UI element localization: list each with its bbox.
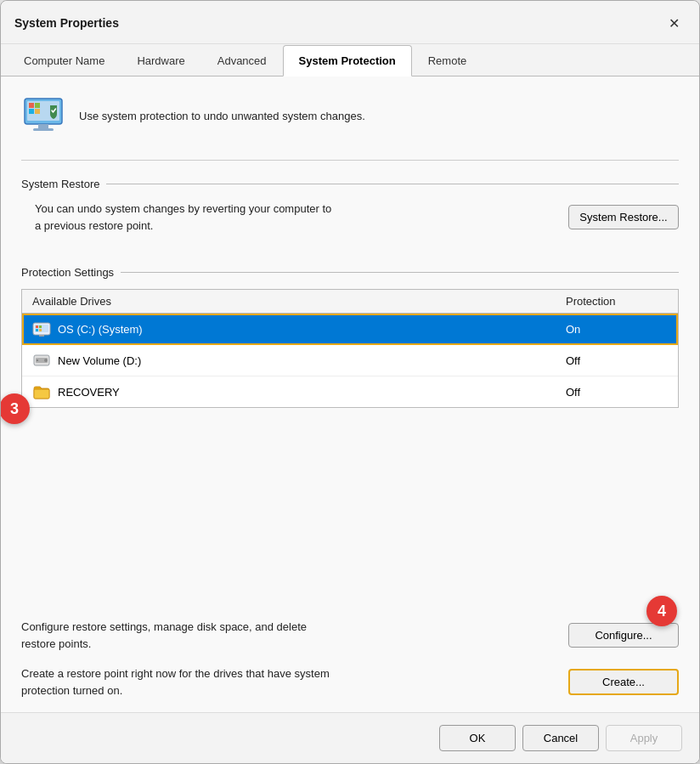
step-badge-3: 3 <box>0 393 30 424</box>
tab-content: Use system protection to undo unwanted s… <box>1 76 699 712</box>
svg-rect-10 <box>39 335 44 337</box>
dialog-title: System Properties <box>14 16 119 30</box>
svg-rect-19 <box>34 389 49 399</box>
create-description: Create a restore point right now for the… <box>21 665 344 699</box>
svg-rect-11 <box>36 325 38 328</box>
step-badge-4: 4 <box>646 596 677 626</box>
drives-table: Available Drives Protection <box>21 289 679 408</box>
tab-computer-name[interactable]: Computer Name <box>8 45 121 76</box>
svg-rect-2 <box>38 124 48 128</box>
table-row[interactable]: New Volume (D:) Off <box>22 345 678 376</box>
system-restore-button[interactable]: System Restore... <box>568 205 679 229</box>
ok-button[interactable]: OK <box>439 725 516 751</box>
configure-row: Configure restore settings, manage disk … <box>21 619 679 652</box>
col-available-drives: Available Drives <box>32 295 566 308</box>
svg-rect-6 <box>29 109 34 114</box>
svg-rect-5 <box>35 103 40 108</box>
title-bar: System Properties ✕ <box>1 1 699 44</box>
drive-os-icon <box>32 320 51 338</box>
system-restore-row: You can undo system changes by reverting… <box>35 201 679 234</box>
info-row: Use system protection to undo unwanted s… <box>21 93 679 144</box>
drive-folder-icon <box>32 382 51 401</box>
system-icon <box>21 93 65 138</box>
table-header-row: Available Drives Protection <box>22 290 678 314</box>
system-restore-description: You can undo system changes by reverting… <box>35 201 341 234</box>
protection-settings-label: Protection Settings <box>21 266 114 279</box>
table-row[interactable]: RECOVERY Off <box>22 376 678 407</box>
table-row[interactable]: OS (C:) (System) On <box>22 314 678 345</box>
create-row: Create a restore point right now for the… <box>21 665 679 699</box>
system-properties-dialog: 3 4 System Properties ✕ Computer Name Ha… <box>0 0 700 764</box>
col-protection: Protection <box>566 295 668 308</box>
svg-point-18 <box>37 359 38 361</box>
actions-section: Configure restore settings, manage disk … <box>21 619 679 699</box>
bottom-bar: OK Cancel Apply <box>1 712 699 763</box>
tab-hardware[interactable]: Hardware <box>121 45 200 76</box>
configure-description: Configure restore settings, manage disk … <box>21 619 344 652</box>
svg-rect-14 <box>39 329 42 331</box>
drive-name: RECOVERY <box>58 386 566 399</box>
drive-name: New Volume (D:) <box>58 354 566 367</box>
configure-button[interactable]: Configure... <box>568 623 679 648</box>
cancel-button[interactable]: Cancel <box>522 725 599 751</box>
drive-protection: On <box>566 323 668 336</box>
apply-button[interactable]: Apply <box>606 725 682 751</box>
system-restore-header: System Restore <box>21 178 679 190</box>
svg-point-17 <box>44 359 48 362</box>
tab-system-protection[interactable]: System Protection <box>283 45 412 76</box>
close-button[interactable]: ✕ <box>662 11 686 35</box>
protection-settings-header: Protection Settings <box>21 266 679 279</box>
create-button[interactable]: Create... <box>568 669 679 695</box>
tab-remote[interactable]: Remote <box>412 45 483 76</box>
system-restore-label: System Restore <box>21 178 99 190</box>
system-restore-section: System Restore You can undo system chang… <box>21 169 679 241</box>
tabs-bar: Computer Name Hardware Advanced System P… <box>1 44 699 76</box>
info-description: Use system protection to undo unwanted s… <box>79 110 365 122</box>
svg-rect-13 <box>36 329 38 331</box>
svg-rect-3 <box>33 128 54 131</box>
svg-rect-4 <box>29 103 34 108</box>
protection-settings-section: Protection Settings Available Drives Pro… <box>21 257 679 598</box>
drive-protection: Off <box>566 354 668 367</box>
tab-advanced[interactable]: Advanced <box>201 45 283 76</box>
section-divider-2 <box>121 272 679 273</box>
svg-rect-12 <box>39 325 42 328</box>
svg-rect-7 <box>35 109 40 114</box>
drive-name: OS (C:) (System) <box>58 323 566 336</box>
drive-protection: Off <box>566 386 668 399</box>
drive-hdd-icon <box>32 351 51 370</box>
section-divider <box>106 184 679 184</box>
